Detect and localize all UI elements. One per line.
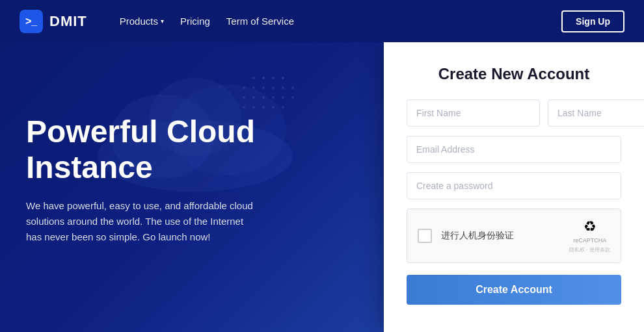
hero-section: Powerful Cloud Instance We have powerful… [0, 42, 384, 332]
register-panel: Create New Account 进行人机身份验证 ♻ reCAPTCHA … [384, 42, 644, 332]
terms-label: Term of Service [226, 16, 294, 27]
products-label: Products [120, 16, 158, 27]
recaptcha-right: ♻ reCAPTCHA 隐私权 · 使用条款 [569, 218, 610, 253]
submit-button[interactable]: Create Account [407, 275, 621, 305]
name-row [407, 99, 621, 127]
nav-terms[interactable]: Term of Service [226, 16, 294, 27]
nav-products[interactable]: Products ▾ [120, 16, 164, 27]
recaptcha-logo-icon: ♻ [584, 218, 597, 235]
recaptcha-brand: reCAPTCHA [573, 237, 606, 244]
hero-title: Powerful Cloud Instance [26, 114, 273, 185]
hero-subtitle: We have powerful, easy to use, and affor… [26, 198, 260, 245]
main-content: Powerful Cloud Instance We have powerful… [0, 42, 644, 332]
nav-pricing[interactable]: Pricing [180, 16, 210, 27]
navbar: >_ DMIT Products ▾ Pricing Term of Servi… [0, 0, 644, 42]
email-input[interactable] [407, 136, 621, 163]
logo-area[interactable]: >_ DMIT [20, 10, 87, 33]
panel-title: Create New Account [407, 65, 621, 83]
last-name-input[interactable] [548, 99, 644, 127]
logo-text: DMIT [49, 13, 87, 30]
recaptcha-checkbox[interactable] [418, 229, 432, 243]
recaptcha-links: 隐私权 · 使用条款 [569, 246, 610, 253]
pricing-label: Pricing [180, 16, 210, 27]
first-name-input[interactable] [407, 99, 540, 127]
nav-links: Products ▾ Pricing Term of Service [120, 16, 294, 27]
password-input[interactable] [407, 172, 621, 199]
recaptcha-box[interactable]: 进行人机身份验证 ♻ reCAPTCHA 隐私权 · 使用条款 [407, 209, 621, 263]
products-chevron-icon: ▾ [161, 18, 164, 25]
signup-button[interactable]: Sign Up [561, 10, 624, 32]
recaptcha-label: 进行人机身份验证 [441, 230, 514, 242]
logo-icon: >_ [20, 10, 43, 33]
recaptcha-left: 进行人机身份验证 [418, 229, 514, 243]
